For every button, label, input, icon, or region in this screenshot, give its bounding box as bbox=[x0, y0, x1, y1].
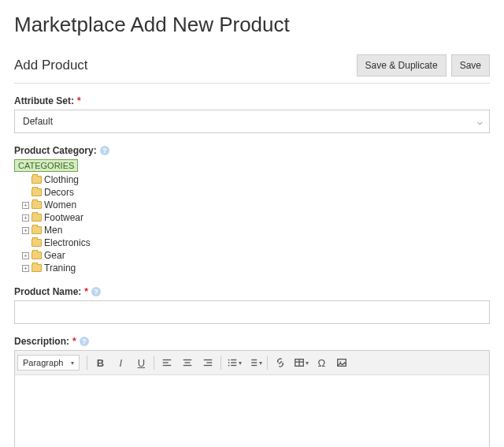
bold-button[interactable]: B bbox=[90, 353, 110, 372]
italic-button[interactable]: I bbox=[110, 353, 131, 372]
attribute-set-field: Attribute Set: * Default ⌵ bbox=[14, 93, 490, 133]
folder-icon bbox=[32, 188, 42, 196]
action-buttons: Save & Duplicate Save bbox=[357, 54, 490, 76]
expand-icon[interactable]: + bbox=[22, 227, 29, 234]
link-button[interactable] bbox=[270, 353, 291, 372]
toolbar-separator bbox=[87, 356, 87, 370]
editor-toolbar: Paragraph ▾ B I U ▾ ▾ ▾ Ω bbox=[15, 351, 489, 375]
expand-icon[interactable]: + bbox=[22, 252, 29, 259]
category-tree-item[interactable]: Decors bbox=[14, 186, 490, 199]
svg-point-9 bbox=[228, 359, 230, 361]
category-label: Women bbox=[44, 199, 76, 210]
bullet-list-button[interactable]: ▾ bbox=[224, 353, 244, 372]
attribute-set-value: Default bbox=[23, 116, 53, 127]
product-name-field: Product Name: * ? bbox=[14, 284, 490, 324]
svg-point-11 bbox=[228, 365, 230, 367]
help-icon[interactable]: ? bbox=[91, 287, 101, 296]
save-button[interactable]: Save bbox=[451, 54, 490, 76]
description-label: Description: * ? bbox=[14, 336, 89, 347]
category-label: Men bbox=[44, 225, 62, 236]
folder-icon bbox=[32, 214, 42, 222]
product-name-label-text: Product Name: bbox=[14, 286, 81, 297]
category-tree-item[interactable]: Electronics bbox=[14, 237, 490, 249]
expand-icon[interactable]: + bbox=[22, 214, 29, 222]
product-name-input[interactable] bbox=[14, 300, 490, 324]
category-tree-item[interactable]: +Gear bbox=[14, 249, 490, 262]
number-list-button[interactable]: ▾ bbox=[244, 353, 265, 372]
folder-icon bbox=[32, 176, 42, 184]
folder-icon bbox=[32, 201, 42, 209]
folder-icon bbox=[32, 251, 42, 259]
attribute-set-select[interactable]: Default ⌵ bbox=[14, 110, 490, 133]
subtitle: Add Product bbox=[14, 58, 88, 73]
category-root[interactable]: CATEGORIES bbox=[14, 159, 78, 172]
attribute-set-label-text: Attribute Set: bbox=[14, 95, 74, 106]
caret-down-icon: ▾ bbox=[71, 359, 74, 367]
description-field: Description: * ? Paragraph ▾ B I U ▾ ▾ ▾… bbox=[14, 333, 490, 447]
folder-icon bbox=[32, 226, 42, 234]
category-tree-item[interactable]: +Traning bbox=[14, 262, 490, 274]
category-label: Decors bbox=[44, 187, 74, 198]
category-label: Clothing bbox=[44, 174, 79, 185]
rich-text-editor: Paragraph ▾ B I U ▾ ▾ ▾ Ω POWERED BY TIN… bbox=[14, 350, 490, 447]
underline-button[interactable]: U bbox=[131, 353, 151, 372]
header-row: Add Product Save & Duplicate Save bbox=[14, 54, 490, 84]
category-label: Footwear bbox=[44, 212, 83, 223]
format-select[interactable]: Paragraph ▾ bbox=[17, 355, 80, 371]
caret-down-icon: ▾ bbox=[239, 359, 242, 367]
format-select-value: Paragraph bbox=[23, 358, 63, 367]
folder-icon bbox=[32, 264, 42, 272]
attribute-set-label: Attribute Set: * bbox=[14, 95, 81, 106]
expand-spacer bbox=[22, 189, 29, 196]
caret-down-icon: ▾ bbox=[306, 359, 309, 367]
chevron-down-icon: ⌵ bbox=[477, 117, 483, 127]
category-tree-item[interactable]: +Women bbox=[14, 199, 490, 211]
expand-spacer bbox=[22, 240, 29, 247]
align-center-button[interactable] bbox=[177, 353, 198, 372]
product-name-label: Product Name: * ? bbox=[14, 286, 101, 297]
description-label-text: Description: bbox=[14, 336, 69, 347]
help-icon[interactable]: ? bbox=[100, 146, 109, 155]
align-left-button[interactable] bbox=[157, 353, 177, 372]
folder-icon bbox=[32, 239, 42, 247]
category-tree-item[interactable]: +Men bbox=[14, 224, 490, 237]
svg-point-10 bbox=[228, 362, 230, 363]
save-duplicate-button[interactable]: Save & Duplicate bbox=[357, 54, 447, 76]
product-category-field: Product Category: ? CATEGORIES ClothingD… bbox=[14, 143, 490, 274]
product-category-label-text: Product Category: bbox=[14, 145, 97, 156]
page-title: Marketplace Add New Product bbox=[14, 13, 490, 37]
image-button[interactable] bbox=[332, 353, 352, 372]
category-label: Traning bbox=[44, 263, 76, 274]
toolbar-separator bbox=[267, 356, 268, 370]
expand-icon[interactable]: + bbox=[22, 202, 29, 209]
toolbar-separator bbox=[154, 356, 154, 370]
table-button[interactable]: ▾ bbox=[291, 353, 311, 372]
category-label: Gear bbox=[44, 250, 65, 261]
help-icon[interactable]: ? bbox=[80, 337, 89, 346]
expand-spacer bbox=[22, 177, 29, 184]
required-marker: * bbox=[84, 286, 88, 297]
expand-icon[interactable]: + bbox=[22, 265, 29, 272]
caret-down-icon: ▾ bbox=[259, 359, 262, 367]
product-category-label: Product Category: ? bbox=[14, 145, 109, 156]
category-tree-item[interactable]: Clothing bbox=[14, 173, 490, 186]
category-tree: CATEGORIES ClothingDecors+Women+Footwear… bbox=[14, 159, 490, 274]
required-marker: * bbox=[77, 95, 81, 106]
toolbar-separator bbox=[220, 356, 221, 370]
editor-textarea[interactable] bbox=[15, 375, 489, 447]
required-marker: * bbox=[72, 336, 76, 347]
category-tree-item[interactable]: +Footwear bbox=[14, 211, 490, 224]
category-label: Electronics bbox=[44, 237, 91, 248]
align-right-button[interactable] bbox=[198, 353, 218, 372]
special-char-button[interactable]: Ω bbox=[311, 353, 332, 372]
svg-point-22 bbox=[340, 361, 342, 363]
